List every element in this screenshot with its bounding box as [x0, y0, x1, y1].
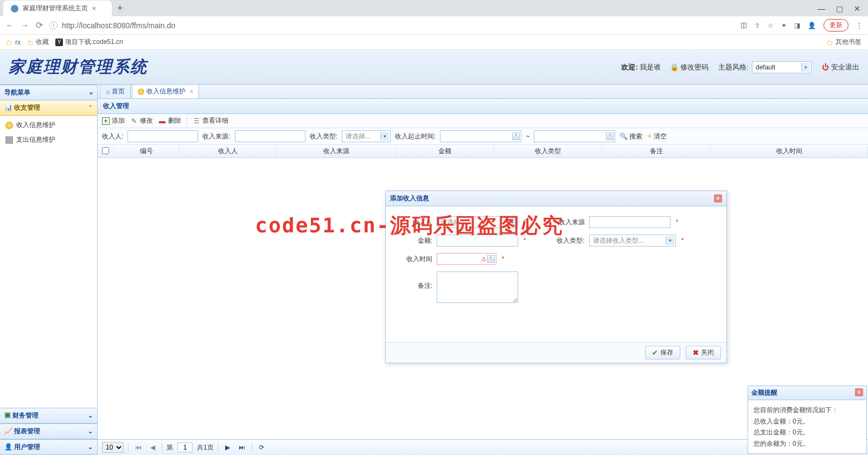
bookmark-rx[interactable]: 🗀rx [7, 39, 21, 46]
notif-close-icon[interactable]: × [855, 388, 863, 396]
back-icon[interactable]: ← [5, 21, 14, 30]
tab-income-info[interactable]: 收入信息维护× [132, 84, 199, 98]
accordion-income-expense[interactable]: 📊 收支管理 ⌃ [0, 100, 97, 116]
delete-button[interactable]: ▬删除 [158, 116, 181, 125]
dlg-person-combo[interactable]: 请选择...▾ [437, 216, 518, 228]
view-button[interactable]: ☰查看详细 [193, 116, 228, 125]
person-input[interactable] [127, 130, 198, 142]
tilde: ~ [526, 132, 529, 140]
chevron-up-icon: ⌃ [88, 104, 93, 111]
dlg-source-input[interactable] [589, 216, 671, 228]
close-button[interactable]: ✖关闭 [686, 346, 721, 359]
chevron-down-icon: ⌄ [88, 412, 93, 419]
dlg-remark-textarea[interactable] [437, 271, 518, 303]
new-tab-button[interactable]: + [112, 3, 129, 14]
tab-close-icon[interactable]: × [190, 89, 193, 94]
chevron-down-icon: ▾ [508, 218, 516, 226]
accordion-finance[interactable]: ▣ 财务管理 ⌄ [0, 408, 97, 424]
app-title: 家庭理财管理系统 [9, 56, 148, 78]
date-from[interactable]: ▪ [440, 130, 521, 142]
select-all-checkbox[interactable] [102, 147, 109, 154]
accordion-user[interactable]: 👤 用户管理 ⌄ [0, 439, 97, 455]
bookmark-other[interactable]: 🗀其他书签 [827, 37, 861, 47]
dlg-type-combo[interactable]: 请选择收入类型...▾ [589, 235, 676, 247]
search-button[interactable]: 🔍搜索 [620, 132, 642, 141]
dialog-title: 添加收入信息 [390, 194, 429, 203]
change-password-link[interactable]: 🔒修改密码 [671, 62, 709, 72]
accordion-report[interactable]: 📈 报表管理 ⌄ [0, 424, 97, 439]
user-icon: 👤 [4, 443, 12, 451]
bookmark-proj[interactable]: Y项目下载:code51.cn [55, 37, 123, 47]
detail-icon: ☰ [193, 117, 200, 125]
logout-link[interactable]: ⏻安全退出 [821, 62, 859, 72]
star-icon[interactable]: ☆ [768, 22, 774, 29]
notif-line1: 您目前的消费金额情况如下： [754, 405, 861, 415]
page-prefix: 第 [167, 443, 173, 452]
required-mark: * [676, 218, 679, 226]
col-type[interactable]: 收入类型 [494, 147, 602, 156]
source-input[interactable] [235, 130, 305, 142]
tab-home[interactable]: ⌂首页 [100, 84, 131, 98]
col-person[interactable]: 收入人 [179, 147, 277, 156]
site-info-icon[interactable]: i [49, 21, 58, 29]
accordion-body: 收入信息维护 支出信息维护 [0, 116, 97, 408]
lbl-person: 收入人 [399, 218, 432, 227]
dialog-close-icon[interactable]: × [714, 194, 722, 203]
search-icon: 🔍 [620, 132, 628, 140]
notif-title-bar[interactable]: 金额提醒 × [748, 386, 866, 400]
refresh-icon[interactable]: ⟳ [257, 444, 266, 451]
profile-icon[interactable]: 👤 [808, 22, 816, 29]
extensions-icon[interactable]: ✦ [781, 22, 787, 29]
browser-tab[interactable]: 家庭理财管理系统主页 × [3, 1, 112, 16]
dlg-amount-input[interactable] [437, 235, 518, 247]
clear-button[interactable]: ✧清空 [647, 132, 667, 141]
add-button[interactable]: +添加 [102, 116, 125, 125]
url-box[interactable]: i http://localhost:8080/ffms/main.do [49, 21, 734, 30]
col-no[interactable]: 编号 [114, 147, 179, 156]
col-amount[interactable]: 金额 [396, 147, 494, 156]
nav-income-info[interactable]: 收入信息维护 [0, 118, 97, 132]
reload-icon[interactable]: ⟳ [36, 20, 43, 30]
forward-icon[interactable]: → [21, 21, 29, 30]
last-page-icon[interactable]: ⏭ [237, 444, 247, 451]
first-page-icon[interactable]: ⏮ [133, 444, 144, 451]
update-button[interactable]: 更新 [824, 19, 848, 31]
separator [187, 117, 187, 125]
person-label: 收入人: [102, 132, 123, 141]
col-time[interactable]: 收入时间 [711, 147, 868, 156]
date-to[interactable]: ▪ [534, 130, 615, 142]
collapse-icon[interactable]: « [90, 90, 93, 96]
save-button[interactable]: ✔保存 [645, 346, 680, 359]
prev-page-icon[interactable]: ◀ [148, 444, 157, 451]
panel-title: 收入管理 [98, 99, 868, 114]
toolbar: +添加 ✎修改 ▬删除 ☰查看详细 [98, 114, 868, 128]
required-mark: * [524, 237, 526, 244]
dlg-time-input[interactable]: ⚠ ▪ [437, 253, 496, 265]
required-mark: * [502, 255, 505, 263]
bookmark-fav[interactable]: 🗀收藏 [27, 37, 49, 47]
edit-button[interactable]: ✎修改 [130, 116, 153, 125]
window-close-icon[interactable]: ✕ [854, 4, 860, 13]
notif-body: 您目前的消费金额情况如下： 总收入金额：0元。 总支出金额：0元。 您的余额为：… [748, 400, 866, 453]
dialog-title-bar[interactable]: 添加收入信息 × [386, 191, 726, 206]
key-icon[interactable]: ⚿ [741, 22, 747, 29]
notif-title: 金额提醒 [751, 388, 777, 397]
minimize-icon[interactable]: — [818, 4, 825, 13]
page-input[interactable] [177, 443, 193, 452]
sidepanel-icon[interactable]: ◨ [794, 22, 800, 29]
col-remark[interactable]: 备注 [602, 147, 711, 156]
next-page-icon[interactable]: ▶ [223, 444, 232, 451]
maximize-icon[interactable]: ▢ [836, 4, 843, 13]
tab-close-icon[interactable]: × [92, 5, 96, 12]
col-source[interactable]: 收入来源 [277, 147, 396, 156]
home-icon: ⌂ [106, 88, 110, 96]
content-tabs: ⌂首页 收入信息维护× [98, 85, 868, 99]
type-combo[interactable]: 请选择...▾ [342, 130, 391, 142]
menu-icon[interactable]: ⋮ [856, 22, 863, 29]
page-size-select[interactable]: 10 [102, 442, 124, 453]
theme-combo[interactable]: default▾ [752, 61, 812, 73]
nav-expense-info[interactable]: 支出信息维护 [0, 132, 97, 147]
calendar-icon: ▪ [606, 132, 614, 140]
chevron-down-icon: ⌄ [88, 428, 93, 435]
share-icon[interactable]: ⇪ [755, 22, 760, 29]
